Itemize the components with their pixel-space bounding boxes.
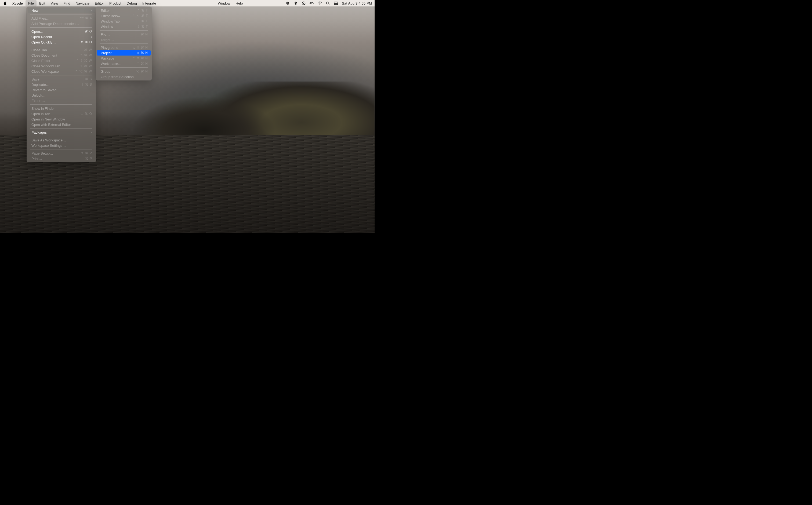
new-submenu-item-window: Window⇧ ⌘ T — [97, 24, 151, 29]
control-center-icon[interactable] — [334, 1, 338, 5]
volume-icon[interactable] — [285, 1, 290, 5]
spotlight-icon[interactable] — [326, 1, 330, 5]
file-menu-item-close-document: Close Document⌃ ⌘ W — [28, 52, 95, 58]
file-menu-separator — [30, 46, 92, 46]
menu-item-label: Close Editor — [31, 59, 76, 63]
menu-item-label: Workspace Settings… — [31, 144, 92, 148]
file-menu-item-add-package-dependencies: Add Package Dependencies… — [28, 21, 95, 26]
menu-item-label: Print… — [31, 157, 85, 161]
menu-item-label: Page Setup… — [31, 151, 81, 155]
menu-item-label: Group from Selection — [101, 75, 148, 79]
wifi-icon[interactable] — [318, 1, 322, 5]
menu-item-shortcut: ⇧ ⌘ N — [137, 51, 148, 55]
menu-item-label: Package… — [101, 56, 132, 60]
menu-item-shortcut: ⌃ ⇧ ⌘ W — [76, 59, 92, 62]
bluetooth-icon[interactable] — [293, 1, 298, 5]
menubar-item-file[interactable]: File — [25, 0, 36, 6]
chevron-right-icon: › — [90, 35, 92, 38]
menu-item-shortcut: ⌃ ⌘ W — [80, 53, 92, 57]
menu-item-shortcut: ⇧ ⌘ P — [81, 151, 92, 155]
battery-icon[interactable] — [310, 1, 314, 5]
new-submenu-item-group: Group⌥ ⌘ N — [97, 69, 151, 74]
menu-item-shortcut: ⌃ ⌥ ⌘ T — [132, 14, 148, 18]
menu-item-shortcut: ⌥ ⌘ A — [80, 16, 92, 20]
file-menu-dropdown: New›Add Files…⌥ ⌘ AAdd Package Dependenc… — [27, 7, 96, 162]
file-menu-item-print: Print…⌘ P — [28, 156, 95, 161]
menu-item-shortcut: ⌥ ⌘ N — [136, 69, 148, 73]
menubar-item-view[interactable]: View — [48, 0, 61, 6]
menu-item-label: Save As Workspace… — [31, 138, 92, 142]
svg-point-9 — [337, 4, 337, 4]
menu-item-shortcut: ⌃ ⇧ ⌘ N — [132, 56, 148, 60]
file-menu-item-open-with-external-editor: Open with External Editor — [28, 122, 95, 127]
menu-item-shortcut: ⌃ ⌥ ⌘ W — [75, 69, 92, 73]
file-menu-item-open-quickly[interactable]: Open Quickly…⇧ ⌘ O — [28, 39, 95, 45]
file-menu-item-save: Save⌘ S — [28, 76, 95, 82]
menu-item-shortcut: ⌥ ⇧ ⌘ N — [131, 46, 148, 49]
file-menu-item-close-tab: Close Tab⌘ W — [28, 47, 95, 52]
file-menu-item-open[interactable]: Open…⌘ O — [28, 29, 95, 34]
menubar-datetime[interactable]: Sat Aug 3 4:55 PM — [342, 1, 372, 5]
menu-item-label: Editor — [101, 9, 137, 13]
apple-logo-icon[interactable] — [3, 1, 10, 5]
playback-icon[interactable] — [301, 1, 306, 5]
menu-item-label: New — [31, 9, 87, 13]
menu-item-label: Open Recent — [31, 35, 87, 39]
new-submenu-item-project[interactable]: Project…⇧ ⌘ N — [97, 50, 151, 55]
menu-item-label: Open in Tab — [31, 112, 80, 116]
menu-item-label: Export… — [31, 99, 92, 103]
menu-item-label: Close Document — [31, 53, 80, 57]
file-menu-item-open-in-new-window: Open in New Window — [28, 117, 95, 122]
menu-item-label: Add Package Dependencies… — [31, 22, 92, 26]
menu-item-label: Playground… — [101, 46, 131, 50]
menubar-right: Sat Aug 3 4:55 PM — [285, 1, 372, 5]
file-menu-item-open-recent[interactable]: Open Recent› — [28, 34, 95, 39]
menu-item-label: Group — [101, 69, 136, 73]
new-submenu-separator — [100, 30, 148, 31]
menu-item-label: Window — [101, 25, 137, 29]
file-menu-item-workspace-settings: Workspace Settings… — [28, 143, 95, 148]
menu-item-shortcut: ⌘ T — [141, 19, 148, 23]
menubar-item-navigate[interactable]: Navigate — [73, 0, 92, 6]
menu-item-shortcut: ⌘ W — [84, 48, 92, 52]
menu-item-label: File… — [101, 32, 141, 36]
menu-item-label: Add Files… — [31, 16, 80, 20]
menu-item-label: Duplicate… — [31, 82, 81, 87]
menu-item-label: Editor Below — [101, 14, 132, 18]
menu-item-shortcut: ⇧ ⌘ O — [81, 40, 92, 44]
menubar-item-integrate[interactable]: Integrate — [140, 0, 159, 6]
file-menu-item-close-workspace: Close Workspace⌃ ⌥ ⌘ W — [28, 69, 95, 74]
file-menu-item-open-in-tab: Open in Tab⌥ ⌘ O — [28, 111, 95, 117]
file-menu-item-new[interactable]: New› — [28, 8, 95, 13]
menubar-item-window[interactable]: Window — [215, 0, 233, 6]
menu-item-label: Open in New Window — [31, 117, 92, 121]
menu-item-label: Save — [31, 77, 85, 81]
menubar-item-find[interactable]: Find — [61, 0, 73, 6]
menu-item-label: Close Tab — [31, 48, 84, 52]
new-submenu-item-package: Package…⌃ ⇧ ⌘ N — [97, 55, 151, 61]
file-menu-item-unlock: Unlock… — [28, 93, 95, 98]
menu-item-shortcut: ⌘ S — [85, 77, 92, 81]
menubar-item-editor[interactable]: Editor — [92, 0, 107, 6]
menubar-item-debug[interactable]: Debug — [124, 0, 140, 6]
new-submenu-dropdown: Editor⌃ ⌘ TEditor Below⌃ ⌥ ⌘ TWindow Tab… — [96, 7, 152, 80]
menu-item-label: Open with External Editor — [31, 123, 92, 127]
menubar-item-help[interactable]: Help — [233, 0, 246, 6]
chevron-right-icon: › — [90, 9, 92, 12]
file-menu-item-packages[interactable]: Packages› — [28, 130, 95, 135]
menubar-item-edit[interactable]: Edit — [36, 0, 48, 6]
menubar: Xcode File Edit View Find Navigate Edito… — [0, 0, 375, 6]
svg-point-5 — [326, 2, 329, 4]
file-menu-separator — [30, 27, 92, 28]
file-menu-separator — [30, 75, 92, 75]
menu-item-shortcut: ⌘ P — [85, 157, 92, 160]
menubar-app-name[interactable]: Xcode — [10, 0, 25, 6]
new-submenu-item-target: Target… — [97, 37, 151, 42]
new-submenu-separator — [100, 43, 148, 44]
menu-item-shortcut: ⇧ ⌘ W — [80, 64, 92, 68]
file-menu-item-duplicate: Duplicate…⇧ ⌘ S — [28, 82, 95, 87]
new-submenu-item-window-tab: Window Tab⌘ T — [97, 18, 151, 24]
svg-rect-2 — [313, 3, 314, 4]
menu-item-label: Unlock… — [31, 94, 92, 98]
menubar-item-product[interactable]: Product — [107, 0, 124, 6]
